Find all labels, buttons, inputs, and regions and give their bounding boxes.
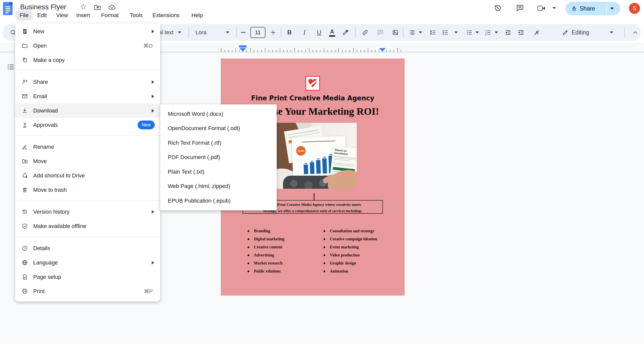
comments-icon[interactable]	[516, 4, 524, 12]
chevron-down-icon[interactable]	[475, 31, 479, 33]
chevron-down-icon[interactable]	[495, 31, 498, 33]
menu-insert[interactable]: Insert	[76, 12, 90, 19]
clear-formatting-icon[interactable]	[533, 29, 540, 36]
text-color-button[interactable]: A	[329, 28, 335, 37]
service-label: Animation	[330, 269, 348, 274]
menu-item-new[interactable]: New	[15, 24, 160, 39]
star-icon[interactable]: ☆	[80, 2, 87, 11]
service-label: Event marketing	[330, 245, 359, 249]
align-icon[interactable]	[409, 29, 416, 36]
list-item[interactable]: Graphic design	[324, 259, 356, 267]
avatar-initial: S	[632, 5, 636, 12]
submenu-item-pdf[interactable]: PDF Document (.pdf)	[160, 150, 277, 165]
bold-button[interactable]: B	[287, 29, 292, 36]
list-item[interactable]: Branding	[248, 227, 270, 235]
menu-item-print[interactable]: Print⌘P	[15, 284, 160, 298]
share-dropdown-icon[interactable]	[610, 8, 614, 10]
share-button[interactable]: Share	[566, 2, 620, 15]
font-family-dropdown[interactable]: Lora	[195, 29, 207, 36]
increase-indent-icon[interactable]	[518, 29, 525, 36]
lock-icon	[571, 6, 577, 12]
submenu-item-epub[interactable]: EPUB Publication (.epub)	[160, 194, 277, 208]
right-indent-marker[interactable]	[379, 48, 386, 52]
document-title[interactable]: Business Flyer	[20, 3, 66, 11]
menu-item-open[interactable]: Open⌘O	[15, 39, 160, 53]
decrease-font-size-button[interactable]	[241, 32, 246, 33]
left-indent-marker[interactable]	[239, 48, 246, 52]
menu-file[interactable]: File	[20, 12, 28, 19]
collapse-toolbar-icon[interactable]	[632, 29, 639, 36]
insert-link-icon[interactable]	[362, 29, 369, 36]
insert-image-icon[interactable]	[392, 29, 399, 36]
menu-item-approvals[interactable]: ApprovalsNew	[15, 118, 160, 132]
menu-item-make-available-offline[interactable]: Make available offline	[15, 219, 160, 233]
menu-item-version-history[interactable]: Version history	[15, 205, 160, 219]
menu-divider	[15, 136, 160, 136]
submenu-item-odt[interactable]: OpenDocument Format (.odt)	[160, 121, 277, 136]
menu-edit[interactable]: Edit	[37, 12, 47, 19]
font-size-input[interactable]: 11	[250, 27, 265, 38]
menu-item-move-to-trash[interactable]: Move to trash	[15, 183, 160, 197]
service-label: Video production	[330, 253, 360, 257]
avatar[interactable]: S	[629, 3, 640, 14]
list-item[interactable]: Event marketing	[324, 243, 359, 251]
menu-item-add-shortcut-to-drive[interactable]: Add shortcut to Drive	[15, 168, 160, 183]
list-item[interactable]: Video production	[324, 251, 360, 259]
chevron-down-icon[interactable]	[610, 31, 613, 33]
list-item[interactable]: Animation	[324, 267, 348, 275]
move-to-folder-icon[interactable]	[94, 4, 101, 11]
line-spacing-icon[interactable]	[429, 29, 436, 36]
bullet-icon	[324, 246, 325, 248]
add-comment-icon[interactable]	[377, 29, 384, 36]
document-outline-icon[interactable]	[7, 63, 15, 71]
decrease-indent-icon[interactable]	[505, 29, 511, 36]
first-line-indent-marker[interactable]	[239, 45, 247, 48]
increase-font-size-button[interactable]	[270, 29, 276, 36]
highlight-color-icon[interactable]	[342, 29, 349, 36]
flyer-photo[interactable]: 13.3% Return on Investment	[269, 123, 357, 189]
menu-help[interactable]: Help	[191, 12, 203, 19]
checklist-icon[interactable]	[442, 29, 449, 36]
menu-item-email[interactable]: Email	[15, 89, 160, 103]
list-item[interactable]: Consultation and strategy	[324, 227, 374, 235]
bullet-icon	[324, 262, 325, 264]
menu-item-page-setup[interactable]: Page setup	[15, 270, 160, 284]
chevron-down-icon[interactable]	[419, 31, 422, 33]
menu-view[interactable]: View	[56, 12, 68, 19]
bulleted-list-icon[interactable]	[466, 29, 473, 36]
cloud-saved-icon[interactable]	[108, 4, 116, 11]
numbered-list-icon[interactable]: 123	[485, 29, 491, 36]
menu-extensions[interactable]: Extensions	[152, 12, 180, 19]
menu-item-move[interactable]: Move	[15, 154, 160, 168]
list-item[interactable]: Creative content	[248, 243, 282, 251]
submenu-item-docx[interactable]: Microsoft Word (.docx)	[160, 107, 277, 121]
google-docs-logo[interactable]	[3, 2, 13, 15]
menu-item-download[interactable]: Download	[15, 103, 160, 118]
submenu-item-html[interactable]: Web Page (.html, zipped)	[160, 179, 277, 194]
submenu-item-txt[interactable]: Plain Text (.txt)	[160, 165, 277, 179]
list-item[interactable]: Advertising	[248, 251, 274, 259]
submenu-item-rtf[interactable]: Rich Text Format (.rtf)	[160, 136, 277, 150]
editing-mode-dropdown[interactable]: Editing	[572, 29, 589, 36]
chevron-down-icon[interactable]	[552, 7, 556, 9]
italic-button[interactable]: I	[303, 29, 305, 36]
video-call-icon[interactable]	[537, 5, 546, 12]
list-item[interactable]: Public relations	[248, 267, 281, 275]
chevron-down-icon[interactable]	[226, 31, 229, 33]
chevron-down-icon[interactable]	[454, 31, 458, 33]
menu-item-details[interactable]: Details	[15, 241, 160, 255]
version-history-icon[interactable]	[494, 4, 502, 12]
menu-item-language[interactable]: Language	[15, 255, 160, 270]
list-item[interactable]: Creative campaign ideation	[324, 235, 377, 243]
menu-item-rename[interactable]: Rename	[15, 140, 160, 154]
menu-item-make-a-copy[interactable]: Make a copy	[15, 53, 160, 67]
list-item[interactable]: Digital marketing	[248, 235, 284, 243]
underline-button[interactable]: U	[317, 29, 321, 36]
heart-logo[interactable]: ♥	[305, 76, 320, 91]
list-item[interactable]: Market research	[248, 259, 283, 267]
chevron-down-icon[interactable]	[178, 31, 181, 33]
agency-name[interactable]: Fine Print Creative Media Agency	[221, 94, 405, 102]
menu-format[interactable]: Format	[101, 12, 119, 19]
menu-tools[interactable]: Tools	[130, 12, 143, 19]
menu-item-share[interactable]: Share	[15, 75, 160, 89]
